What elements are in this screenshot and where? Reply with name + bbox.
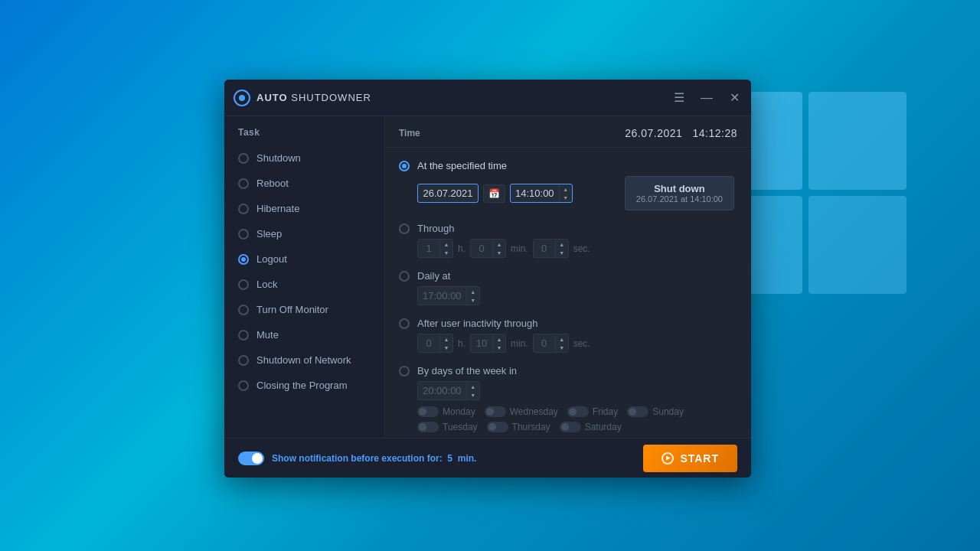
task-radio-shutdown-network <box>238 355 249 366</box>
task-item-lock[interactable]: Lock <box>224 272 384 297</box>
inactivity-h-btns: ▲ ▼ <box>439 335 452 352</box>
opt-radio-through[interactable] <box>399 223 410 234</box>
day-label-saturday: Saturday <box>585 422 622 432</box>
day-toggle-sunday[interactable]: Sunday <box>627 406 684 417</box>
through-sec-btns: ▲ ▼ <box>555 240 568 257</box>
task-radio-sleep <box>238 229 249 240</box>
through-h-btns: ▲ ▼ <box>439 240 452 257</box>
day-toggle-monday[interactable]: Monday <box>417 406 475 417</box>
app-window: AUTO SHUTDOWNER ☰ — ✕ Task Shutdown Rebo… <box>224 80 751 478</box>
daily-time-up[interactable]: ▲ <box>467 288 479 296</box>
main-content: Task Shutdown Reboot Hibernate Sleep <box>224 116 751 438</box>
task-radio-logout <box>238 254 249 265</box>
title-bar-controls: ☰ — ✕ <box>671 90 742 106</box>
task-item-logout[interactable]: Logout <box>224 246 384 272</box>
toggle-tuesday[interactable] <box>417 422 439 432</box>
app-icon <box>234 90 250 106</box>
specified-time-down[interactable]: ▼ <box>560 194 572 202</box>
close-button[interactable]: ✕ <box>727 90 742 106</box>
through-min-down[interactable]: ▼ <box>493 249 505 257</box>
shutdown-action-button[interactable]: Shut down 26.07.2021 at 14:10:00 <box>625 176 734 210</box>
toggle-monday[interactable] <box>417 406 439 417</box>
current-datetime: 26.07.2021 14:12:28 <box>625 127 737 139</box>
inactivity-min-label: min. <box>511 338 528 349</box>
start-button[interactable]: START <box>643 445 737 472</box>
time-option-through: Through 1 ▲ ▼ h. 0 <box>385 217 751 264</box>
specified-time-spin-btns: ▲ ▼ <box>559 185 572 202</box>
inactivity-min-val: 10 <box>471 334 492 352</box>
task-item-shutdown-network[interactable]: Shutdown of Network <box>224 347 384 373</box>
task-item-closing-program[interactable]: Closing the Program <box>224 373 384 398</box>
task-item-turn-off-monitor[interactable]: Turn Off Monitor <box>224 297 384 322</box>
task-item-reboot[interactable]: Reboot <box>224 171 384 196</box>
calendar-button[interactable]: 📅 <box>483 184 505 203</box>
day-toggle-friday[interactable]: Friday <box>567 406 618 417</box>
through-sec-up[interactable]: ▲ <box>556 240 568 249</box>
minimize-button[interactable]: — <box>699 90 714 106</box>
day-toggle-tuesday[interactable]: Tuesday <box>417 422 478 432</box>
task-label-sleep: Sleep <box>256 228 282 240</box>
time-options: At the specified time 📅 14:10:00 ▲ ▼ <box>385 148 751 438</box>
specified-time-up[interactable]: ▲ <box>560 185 572 194</box>
notification-text: Show notification before execution for: … <box>272 453 635 464</box>
days-time-down[interactable]: ▼ <box>467 391 479 399</box>
day-label-friday: Friday <box>593 406 618 417</box>
day-label-tuesday: Tuesday <box>443 422 478 432</box>
day-label-thursday: Thursday <box>512 422 550 432</box>
task-item-sleep[interactable]: Sleep <box>224 221 384 246</box>
daily-time-btns: ▲ ▼ <box>466 288 479 305</box>
toggle-thursday[interactable] <box>487 422 508 432</box>
days-time-up[interactable]: ▲ <box>467 383 479 391</box>
daily-inputs: 17:00:00 ▲ ▼ <box>417 286 737 305</box>
through-h-down[interactable]: ▼ <box>440 249 452 257</box>
specified-time-val: 14:10:00 <box>511 184 559 202</box>
toggle-wednesday[interactable] <box>485 406 506 417</box>
inactivity-h-down[interactable]: ▼ <box>440 344 452 352</box>
opt-label-specified: At the specified time <box>417 160 507 171</box>
day-toggle-saturday[interactable]: Saturday <box>560 422 622 432</box>
task-radio-shutdown <box>238 153 249 164</box>
task-item-hibernate[interactable]: Hibernate <box>224 196 384 221</box>
app-title-bold: AUTO <box>256 92 288 103</box>
opt-radio-daily[interactable] <box>399 271 410 282</box>
through-h-spin: 1 ▲ ▼ <box>417 239 453 258</box>
through-h-label: h. <box>458 243 466 254</box>
time-header: Time 26.07.2021 14:12:28 <box>385 116 751 148</box>
toggle-saturday[interactable] <box>560 422 581 432</box>
time-header-label: Time <box>399 128 420 139</box>
inactivity-min-down[interactable]: ▼ <box>493 344 505 352</box>
opt-radio-specified[interactable] <box>399 161 410 171</box>
inactivity-h-up[interactable]: ▲ <box>440 335 452 344</box>
daily-time-spin: 17:00:00 ▲ ▼ <box>417 286 480 305</box>
app-title-normal: SHUTDOWNER <box>291 92 371 103</box>
notification-toggle[interactable] <box>238 452 264 465</box>
time-option-days-of-week: By days of the week in 20:00:00 ▲ ▼ <box>385 359 751 438</box>
task-item-shutdown[interactable]: Shutdown <box>224 145 384 171</box>
day-toggle-thursday[interactable]: Thursday <box>487 422 550 432</box>
start-label: START <box>680 452 719 465</box>
menu-button[interactable]: ☰ <box>671 90 687 106</box>
notification-value: 5 <box>447 453 452 464</box>
title-bar: AUTO SHUTDOWNER ☰ — ✕ <box>224 80 751 116</box>
inactivity-sec-down[interactable]: ▼ <box>556 344 568 352</box>
through-h-up[interactable]: ▲ <box>440 240 452 249</box>
through-inputs: 1 ▲ ▼ h. 0 ▲ ▼ <box>417 239 737 258</box>
toggle-friday[interactable] <box>567 406 589 417</box>
daily-time-down[interactable]: ▼ <box>467 296 479 305</box>
through-min-spin: 0 ▲ ▼ <box>470 239 506 258</box>
opt-radio-inactivity[interactable] <box>399 318 410 329</box>
through-sec-down[interactable]: ▼ <box>556 249 568 257</box>
shutdown-action-subtitle: 26.07.2021 at 14:10:00 <box>636 194 723 204</box>
toggle-sunday[interactable] <box>627 406 648 417</box>
inactivity-min-up[interactable]: ▲ <box>493 335 505 344</box>
inactivity-header: After user inactivity through <box>399 318 737 329</box>
through-min-up[interactable]: ▲ <box>493 240 505 249</box>
task-radio-lock <box>238 279 249 290</box>
task-item-mute[interactable]: Mute <box>224 322 384 347</box>
day-toggle-wednesday[interactable]: Wednesday <box>485 406 558 417</box>
inactivity-sec-up[interactable]: ▲ <box>556 335 568 344</box>
inactivity-min-btns: ▲ ▼ <box>492 335 505 352</box>
specified-date-input[interactable] <box>417 184 479 203</box>
days-time-val: 20:00:00 <box>418 382 466 399</box>
opt-radio-days-of-week[interactable] <box>399 366 410 377</box>
